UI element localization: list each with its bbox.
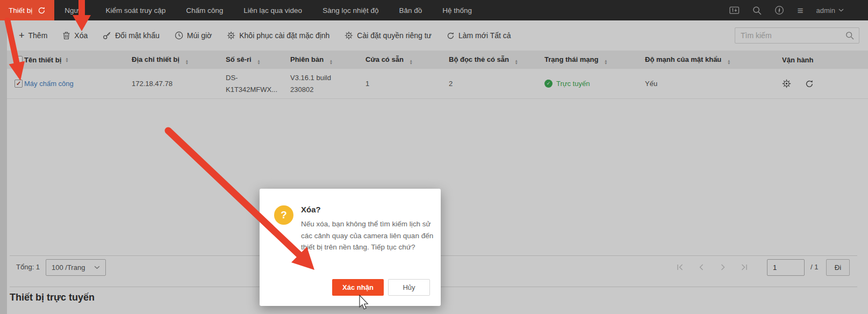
search-icon[interactable] (752, 6, 762, 15)
tab-he-thong[interactable]: Hệ thống (432, 0, 482, 20)
username: admin (816, 6, 835, 15)
question-glyph: ? (281, 209, 287, 221)
tab-ban-do[interactable]: Bản đồ (389, 0, 432, 20)
tab-label: Thiết bị (9, 6, 32, 15)
dialog-message: Nếu xóa, bạn không thể tìm kiếm lịch sử … (301, 218, 435, 253)
question-icon: ? (274, 205, 293, 225)
top-nav: Thiết bị Người Kiểm soát truy cập Chấm c… (0, 0, 868, 20)
cancel-button[interactable]: Hủy (388, 279, 430, 296)
delete-confirm-dialog: ? Xóa? Nếu xóa, bạn không thể tìm kiếm l… (260, 189, 441, 306)
chevron-down-icon (838, 9, 844, 12)
refresh-icon[interactable] (38, 6, 46, 15)
nav-right-group: ≡ admin (729, 0, 868, 20)
tab-sang-loc-nhiet-do[interactable]: Sàng lọc nhiệt độ (312, 0, 389, 20)
dialog-title: Xóa? (301, 205, 321, 214)
menu-icon[interactable]: ≡ (797, 5, 803, 16)
menu-glyph: ≡ (797, 5, 803, 16)
compass-icon[interactable] (774, 5, 784, 15)
user-menu[interactable]: admin (816, 6, 844, 15)
attendance-checkin-icon[interactable] (729, 6, 740, 15)
confirm-button[interactable]: Xác nhận (332, 279, 384, 296)
tab-cham-cong[interactable]: Chấm công (176, 0, 233, 20)
tab-kiem-soat-truy-cap[interactable]: Kiểm soát truy cập (95, 0, 176, 20)
app-window: Thiết bị Người Kiểm soát truy cập Chấm c… (0, 0, 868, 314)
tab-nguoi[interactable]: Người (54, 0, 95, 20)
tab-lien-lac-qua-video[interactable]: Liên lạc qua video (233, 0, 312, 20)
tab-thiet-bi[interactable]: Thiết bị (0, 0, 54, 20)
